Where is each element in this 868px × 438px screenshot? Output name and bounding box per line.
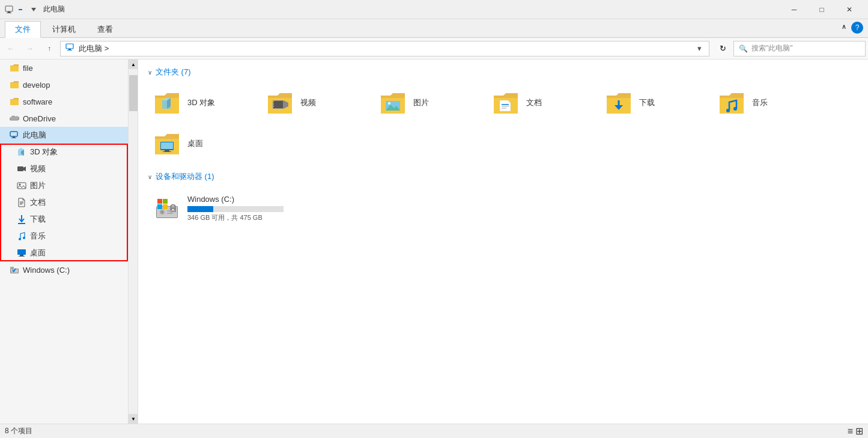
svg-point-18: [19, 184, 21, 186]
address-dropdown-button[interactable]: ▾: [695, 44, 704, 53]
folder-item-desktop[interactable]: 桌面: [148, 126, 256, 162]
sidebar-item-document[interactable]: 文档: [0, 194, 138, 211]
folder-name-desktop: 桌面: [187, 138, 203, 149]
sidebar-item-download[interactable]: 下载: [0, 211, 138, 228]
ribbon: 文件 计算机 查看 ∧ ?: [0, 19, 868, 38]
arrow-down-icon: [29, 5, 38, 14]
help-button[interactable]: ?: [851, 22, 863, 34]
sidebar-item-file[interactable]: file 📌: [0, 59, 138, 76]
close-button[interactable]: ✕: [836, 0, 863, 19]
addressbar: ← → ↑ 此电脑 > ▾ ↻ 🔍 搜索"此电脑": [0, 38, 868, 59]
sidebar-label-video: 视频: [30, 163, 133, 174]
address-box[interactable]: 此电脑 > ▾: [60, 41, 709, 56]
ribbon-expand-icon[interactable]: ∧: [842, 23, 846, 31]
folder-item-picture[interactable]: 图片: [374, 85, 482, 121]
scrollbar-thumb[interactable]: [129, 75, 138, 111]
scrollbar-down-button[interactable]: ▼: [129, 414, 138, 424]
sidebar-label-music: 音乐: [30, 231, 133, 242]
folder-icon: [10, 63, 19, 73]
scrollbar-track: [129, 69, 138, 414]
drive-item-windowsc[interactable]: Windows (C:) 346 GB 可用，共 475 GB: [148, 189, 292, 228]
sidebar-label-file: file: [23, 64, 122, 73]
folder-name-picture: 图片: [413, 97, 429, 108]
drives-section-header[interactable]: ∨ 设备和驱动器 (1): [148, 171, 858, 182]
svg-rect-61: [163, 204, 168, 209]
svg-point-51: [733, 107, 737, 111]
titlebar-controls: ─ □ ✕: [780, 0, 863, 19]
computer-icon: [10, 130, 19, 140]
svg-rect-11: [10, 132, 17, 136]
sidebar-item-windowsc[interactable]: Windows (C:): [0, 261, 138, 278]
forward-button[interactable]: →: [22, 40, 38, 57]
folder-item-video[interactable]: 视频: [261, 85, 369, 121]
view-details-button[interactable]: ≡: [848, 426, 853, 437]
view-grid-button[interactable]: ⊞: [855, 425, 863, 437]
svg-rect-2: [7, 13, 11, 13]
video-icon: [17, 164, 26, 174]
sidebar-label-3dobject: 3D 对象: [30, 147, 133, 157]
sidebar-label-software: software: [23, 97, 122, 106]
svg-rect-5: [66, 44, 73, 49]
titlebar-icons: [5, 5, 38, 14]
up-button[interactable]: ↑: [41, 40, 58, 57]
folder-item-music[interactable]: 音乐: [712, 85, 821, 121]
minimize-button[interactable]: ─: [780, 0, 808, 19]
svg-rect-54: [165, 150, 169, 151]
folder-item-download[interactable]: 下载: [599, 85, 708, 121]
computer-small-icon: [5, 5, 14, 14]
svg-rect-8: [10, 132, 17, 136]
folder-icon-video: [266, 88, 294, 117]
drives-list: Windows (C:) 346 GB 可用，共 475 GB: [148, 189, 858, 228]
sidebar-item-onedrive[interactable]: OneDrive: [0, 110, 138, 127]
svg-rect-32: [11, 271, 13, 272]
sidebar: file 📌 develop 📌 software 📌: [0, 59, 138, 424]
back-button[interactable]: ←: [2, 40, 19, 57]
titlebar-title: 此电脑: [43, 4, 780, 14]
tab-file[interactable]: 文件: [5, 21, 41, 38]
folder-icon-develop: [10, 80, 19, 90]
svg-rect-66: [167, 210, 175, 211]
folder-icon-music: [717, 88, 746, 117]
folder-item-document[interactable]: 文档: [487, 85, 595, 121]
svg-rect-67: [167, 213, 173, 214]
computer-address-icon: [65, 43, 75, 54]
sidebar-item-desktop[interactable]: 桌面: [0, 245, 138, 261]
folders-section-header[interactable]: ∨ 文件夹 (7): [148, 67, 858, 78]
dash-icon: [17, 5, 26, 14]
content-area: ∨ 文件夹 (7) 3D 对象: [138, 59, 868, 424]
sidebar-item-software[interactable]: software 📌: [0, 93, 138, 110]
maximize-button[interactable]: □: [808, 0, 836, 19]
svg-point-50: [726, 109, 730, 112]
sidebar-item-3dobject[interactable]: 3D 对象: [0, 144, 138, 160]
cloud-icon: [10, 114, 19, 123]
folder-icon-download: [604, 88, 633, 117]
sidebar-scrollbar[interactable]: ▲ ▼: [128, 59, 138, 424]
scrollbar-up-button[interactable]: ▲: [129, 59, 138, 69]
picture-icon: [17, 181, 26, 190]
folder-icon-picture: [378, 88, 407, 117]
folder-item-3dobject[interactable]: 3D 对象: [148, 85, 256, 121]
svg-marker-4: [31, 8, 36, 11]
tab-computer[interactable]: 计算机: [42, 20, 86, 37]
svg-rect-55: [163, 151, 171, 152]
search-box[interactable]: 🔍 搜索"此电脑": [733, 41, 866, 56]
sidebar-item-picture[interactable]: 图片: [0, 177, 138, 194]
folder-icon-document: [491, 88, 520, 117]
desktop-icon: [17, 248, 26, 258]
refresh-button[interactable]: ↻: [714, 40, 731, 57]
svg-rect-59: [163, 199, 168, 204]
folder-icon-software: [10, 97, 19, 106]
sidebar-item-thispc[interactable]: 此电脑: [0, 127, 138, 144]
sidebar-item-develop[interactable]: develop 📌: [0, 76, 138, 93]
sidebar-item-music[interactable]: 音乐: [0, 228, 138, 245]
sidebar-item-video[interactable]: 视频: [0, 160, 138, 177]
sidebar-thispc-children: 3D 对象 视频: [0, 144, 138, 261]
music-icon: [17, 231, 26, 241]
folder-name-video: 视频: [300, 97, 316, 108]
statusbar: 8 个项目 ≡ ⊞: [0, 424, 868, 438]
svg-rect-41: [272, 106, 274, 107]
tab-view[interactable]: 查看: [87, 20, 123, 37]
svg-rect-3: [19, 9, 22, 10]
svg-rect-28: [19, 256, 25, 257]
sidebar-label-onedrive: OneDrive: [23, 114, 133, 123]
